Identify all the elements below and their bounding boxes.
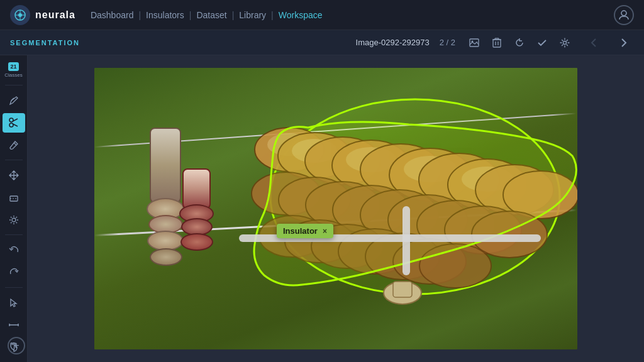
divider-4	[5, 287, 23, 288]
settings-button[interactable]	[556, 34, 574, 52]
confirm-button[interactable]	[533, 34, 551, 52]
brush-tool-button[interactable]	[3, 135, 25, 155]
nav-right	[614, 5, 634, 25]
svg-point-4	[621, 11, 626, 16]
classes-button[interactable]: 21 Classes	[3, 60, 25, 80]
svg-point-14	[564, 41, 567, 44]
svg-rect-7	[493, 40, 501, 47]
main-content: 21 Classes	[0, 55, 644, 362]
delete-button[interactable]	[488, 34, 506, 52]
main-image: Insulator ×	[94, 68, 577, 349]
prev-image-button[interactable]	[584, 33, 604, 53]
scissors-tool-button[interactable]	[3, 113, 25, 133]
classes-count: 21	[8, 62, 18, 71]
move-tool-button[interactable]	[3, 165, 25, 185]
nav-sep-2: |	[189, 10, 192, 20]
refresh-button[interactable]	[511, 34, 528, 52]
nav-insulators[interactable]: Insulators	[146, 10, 184, 20]
brightness-tool-button[interactable]	[3, 210, 25, 229]
undo-button[interactable]	[3, 240, 25, 260]
nav-workspace[interactable]: Workspace	[279, 10, 323, 20]
svg-point-23	[12, 218, 16, 222]
top-navigation: neurala Dashboard | Insulators | Dataset…	[0, 0, 644, 30]
user-account-icon[interactable]	[614, 5, 634, 25]
image-name: Image-0292-292973	[356, 38, 430, 47]
svg-line-20	[14, 143, 16, 145]
annotation-close-button[interactable]: ×	[323, 227, 327, 236]
add-icon: +	[13, 340, 19, 351]
segmentation-svg	[94, 68, 577, 349]
svg-line-30	[16, 217, 17, 218]
svg-line-31	[11, 222, 12, 223]
ruler-tool-button[interactable]	[3, 315, 25, 334]
logo-icon	[10, 5, 30, 25]
svg-rect-68	[402, 206, 410, 275]
pen-tool-button[interactable]	[3, 90, 25, 110]
divider-3	[5, 234, 23, 235]
redo-button[interactable]	[3, 263, 25, 282]
nav-sep-1: |	[138, 10, 141, 20]
svg-rect-70	[393, 282, 412, 297]
image-info: Image-0292-292973 2 / 2	[356, 33, 634, 53]
logo-area: neurala	[10, 5, 75, 25]
divider-2	[5, 160, 23, 160]
nav-sep-4: |	[271, 10, 274, 20]
cursor-tool-button[interactable]	[3, 293, 25, 312]
svg-line-29	[16, 222, 17, 223]
canvas-area[interactable]: Insulator ×	[28, 55, 644, 362]
left-sidebar: 21 Classes	[0, 55, 28, 362]
annotation-label-text: Insulator	[283, 226, 318, 236]
svg-line-28	[11, 217, 12, 218]
image-button[interactable]	[465, 34, 483, 52]
page-count: 2 / 2	[440, 38, 455, 47]
app-name: neurala	[35, 9, 75, 21]
divider-1	[5, 85, 23, 85]
annotation-label-tooltip[interactable]: Insulator ×	[277, 224, 333, 238]
secondary-toolbar: SEGMENTATION Image-0292-292973 2 / 2	[0, 30, 644, 55]
nav-library[interactable]: Library	[239, 10, 266, 20]
nav-dashboard[interactable]: Dashboard	[91, 10, 134, 20]
nav-links: Dashboard | Insulators | Dataset | Libra…	[91, 10, 323, 20]
segmentation-label: SEGMENTATION	[10, 39, 80, 47]
add-tool-button[interactable]: +	[8, 337, 25, 354]
toolbar-icons	[465, 34, 574, 52]
nav-dataset[interactable]: Dataset	[196, 10, 226, 20]
classes-label: Classes	[4, 72, 22, 78]
next-image-button[interactable]	[614, 33, 634, 53]
eraser-tool-button[interactable]	[3, 188, 25, 207]
nav-sep-3: |	[232, 10, 235, 20]
